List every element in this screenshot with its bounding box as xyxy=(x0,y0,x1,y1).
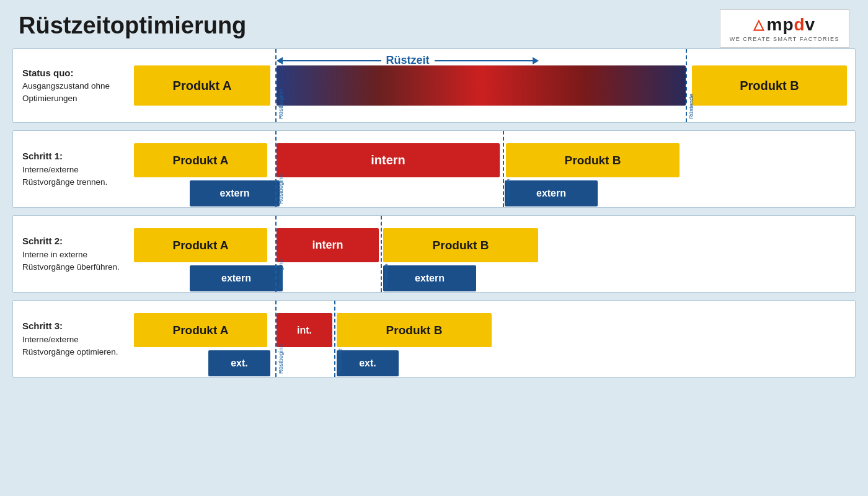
row-schritt2: Schritt 2: Interne in externeRüstvorgäng… xyxy=(12,215,856,293)
rustende-label-s3: Rüstende xyxy=(336,304,343,374)
row-title-status-quo: Status quo: xyxy=(22,66,122,81)
diagram-schritt2: Produkt A extern Rüstbeginn intern Rüste… xyxy=(128,216,855,292)
diagram-schritt1: Produkt A extern Rüstbeginn intern Rüste… xyxy=(128,131,855,207)
row-status-quo: Status quo: Ausgangszustand ohneOptimier… xyxy=(12,48,856,123)
logo-brand: mpdv xyxy=(766,15,815,35)
row-label-schritt3: Schritt 3: Interne/externeRüstvorgänge o… xyxy=(13,301,128,377)
rustzeit-arrow: Rüstzeit xyxy=(277,54,539,67)
rustbeginn-label-s2: Rüstbeginn xyxy=(277,219,284,289)
arrow-right xyxy=(533,57,539,64)
row-schritt3: Schritt 3: Interne/externeRüstvorgänge o… xyxy=(12,300,856,378)
rustbeginn-line-sq xyxy=(275,49,277,122)
extern-bar-after-s1: extern xyxy=(505,180,598,206)
row-label-status-quo: Status quo: Ausgangszustand ohneOptimier… xyxy=(13,49,128,122)
rustende-line-sq xyxy=(686,49,687,122)
rustbeginn-line-s2 xyxy=(275,216,277,292)
row-title-schritt2: Schritt 2: xyxy=(22,234,122,249)
rustende-line-s3 xyxy=(334,301,335,377)
ext-bar-before-s3: ext. xyxy=(208,350,270,376)
row-label-schritt1: Schritt 1: Interne/externeRüstvorgänge t… xyxy=(13,131,128,207)
rustende-line-s2 xyxy=(381,216,382,292)
logo-area: △ mpdv WE CREATE SMART FACTORIES xyxy=(720,9,849,48)
row-title-schritt1: Schritt 1: xyxy=(22,149,122,164)
row-title-schritt3: Schritt 3: xyxy=(22,319,122,334)
rustende-label-s2: Rüstende xyxy=(383,219,389,289)
produkt-a-bar-s2: Produkt A xyxy=(134,228,267,262)
main-content: Status quo: Ausgangszustand ohneOptimier… xyxy=(0,45,868,384)
produkt-a-bar-s3: Produkt A xyxy=(134,313,267,347)
extern-bar-before-s2: extern xyxy=(190,265,283,291)
logo-box: △ mpdv WE CREATE SMART FACTORIES xyxy=(720,9,849,48)
rustende-label-s1: Rüstende xyxy=(505,134,512,204)
row-desc-status-quo: Ausgangszustand ohneOptimierungen xyxy=(22,80,122,105)
diagram-status-quo: Produkt A Rüstbeginn Rüstzeit Rüstende xyxy=(128,49,855,122)
produkt-a-bar-sq: Produkt A xyxy=(134,66,270,106)
logo-icon: △ xyxy=(753,17,764,33)
produkt-b-bar-s2: Produkt B xyxy=(383,228,538,262)
rustbeginn-label-s1: Rüstbeginn xyxy=(277,134,284,204)
intern-bar-s2: intern xyxy=(277,228,379,262)
intern-bar-s1: intern xyxy=(277,143,500,177)
row-label-schritt2: Schritt 2: Interne in externeRüstvorgäng… xyxy=(13,216,128,292)
arrow-line-2 xyxy=(435,60,533,61)
produkt-b-bar-s3: Produkt B xyxy=(337,313,492,347)
rustzeit-bar-sq xyxy=(277,66,686,106)
rustbeginn-label-sq: Rüstbeginn xyxy=(277,52,284,119)
rustende-line-s1 xyxy=(503,131,504,207)
rustbeginn-line-s3 xyxy=(275,301,277,377)
row-desc-schritt3: Interne/externeRüstvorgänge optimieren. xyxy=(22,334,122,359)
produkt-b-bar-s1: Produkt B xyxy=(506,143,680,177)
arrow-line xyxy=(283,60,381,61)
row-schritt1: Schritt 1: Interne/externeRüstvorgänge t… xyxy=(12,130,856,208)
row-desc-schritt2: Interne in externeRüstvorgänge überführe… xyxy=(22,249,122,274)
int-bar-s3: int. xyxy=(277,313,332,347)
produkt-a-bar-s1: Produkt A xyxy=(134,143,267,177)
rustzeit-label: Rüstzeit xyxy=(386,54,430,67)
rustbeginn-label-s3: Rüstbeginn xyxy=(277,304,284,374)
rustbeginn-line-s1 xyxy=(275,131,277,207)
diagram-schritt3: Produkt A ext. Rüstbeginn int. Rüstende xyxy=(128,301,855,377)
extern-bar-after-s2: extern xyxy=(383,265,476,291)
rustende-label-sq: Rüstende xyxy=(688,52,694,119)
ext-bar-after-s3: ext. xyxy=(337,350,399,376)
produkt-b-bar-sq: Produkt B xyxy=(692,66,847,106)
logo-text: △ mpdv xyxy=(753,15,815,35)
row-desc-schritt1: Interne/externeRüstvorgänge trennen. xyxy=(22,164,122,189)
logo-subtitle: WE CREATE SMART FACTORIES xyxy=(730,36,839,42)
extern-bar-before-s1: extern xyxy=(190,180,280,206)
